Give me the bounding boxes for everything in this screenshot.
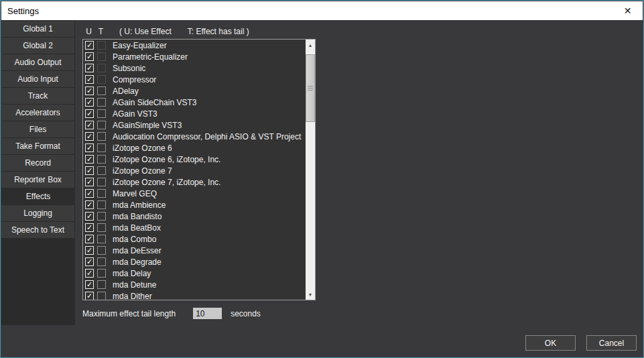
effect-has-tail-checkbox[interactable] — [97, 269, 106, 278]
use-effect-checkbox[interactable]: ✓ — [85, 212, 94, 221]
use-effect-checkbox[interactable]: ✓ — [85, 98, 94, 107]
effect-has-tail-checkbox — [97, 64, 106, 72]
use-effect-checkbox[interactable]: ✓ — [85, 200, 94, 209]
effect-row: ✓Marvel GEQ — [83, 188, 306, 199]
scroll-up-icon[interactable]: ▲ — [306, 40, 315, 50]
sidebar-item-record[interactable]: Record — [1, 155, 74, 171]
effect-row: ✓AGain VST3 — [83, 108, 306, 119]
tail-length-label: Maximum effect tail length — [82, 309, 176, 318]
effect-row: ✓iZotope Ozone 6 — [83, 142, 306, 154]
scroll-down-icon[interactable]: ▼ — [306, 289, 315, 300]
effect-row: ✓AGain SideChain VST3 — [83, 97, 306, 108]
ok-button[interactable]: OK — [525, 335, 576, 351]
sidebar-item-effects[interactable]: Effects — [1, 188, 75, 204]
sidebar-item-speech-to-text[interactable]: Speech to Text — [1, 222, 74, 238]
effect-name: Compressor — [113, 75, 156, 84]
effect-has-tail-checkbox[interactable] — [97, 200, 106, 209]
legend-use-effect: ( U: Use Effect — [119, 27, 172, 36]
effect-name: mda Combo — [113, 235, 156, 244]
use-effect-checkbox[interactable]: ✓ — [85, 246, 94, 255]
effect-row: ✓mda Delay — [83, 267, 306, 279]
effect-row: ✓iZotope Ozone 7, iZotope, Inc. — [83, 176, 306, 188]
effect-row: ✓mda BeatBox — [83, 222, 306, 233]
effect-row: ✓mda Detune — [83, 279, 306, 290]
tail-length-unit: seconds — [231, 309, 261, 318]
effect-row: ✓iZotope Ozone 6, iZotope, Inc. — [83, 154, 306, 165]
effect-has-tail-checkbox[interactable] — [97, 98, 106, 107]
use-effect-checkbox[interactable]: ✓ — [85, 280, 94, 289]
effect-has-tail-checkbox[interactable] — [97, 121, 106, 129]
effect-name: mda Detune — [113, 280, 156, 290]
effect-has-tail-checkbox[interactable] — [97, 155, 106, 164]
use-effect-checkbox[interactable]: ✓ — [85, 86, 94, 95]
effect-has-tail-checkbox[interactable] — [97, 223, 106, 232]
use-effect-checkbox[interactable]: ✓ — [85, 189, 94, 198]
column-t-label: T — [96, 27, 105, 36]
use-effect-checkbox[interactable]: ✓ — [85, 178, 94, 186]
effect-has-tail-checkbox[interactable] — [97, 86, 106, 95]
use-effect-checkbox[interactable]: ✓ — [85, 292, 94, 300]
use-effect-checkbox[interactable]: ✓ — [85, 75, 94, 84]
scrollbar-thumb[interactable] — [306, 54, 315, 122]
scrollbar[interactable]: ▲ ▼ — [306, 40, 315, 300]
effect-has-tail-checkbox[interactable] — [97, 132, 106, 141]
effect-has-tail-checkbox[interactable] — [97, 212, 106, 221]
effect-name: AGain VST3 — [113, 109, 157, 119]
effect-has-tail-checkbox[interactable] — [97, 178, 106, 186]
use-effect-checkbox[interactable]: ✓ — [85, 269, 94, 278]
sidebar-item-logging[interactable]: Logging — [1, 205, 74, 221]
use-effect-checkbox[interactable]: ✓ — [85, 155, 94, 164]
sidebar-item-global-2[interactable]: Global 2 — [1, 38, 74, 54]
sidebar-item-accelerators[interactable]: Accelerators — [1, 105, 74, 121]
effect-has-tail-checkbox[interactable] — [97, 189, 106, 198]
effect-name: Parametric-Equalizer — [113, 52, 188, 62]
effect-name: iZotope Ozone 7, iZotope, Inc. — [113, 178, 220, 187]
effect-row: ✓Compressor — [83, 74, 306, 85]
effects-list-rows: ✓Easy-Equalizer✓Parametric-Equalizer✓Sub… — [83, 40, 306, 300]
scrollbar-grip — [308, 86, 313, 91]
use-effect-checkbox[interactable]: ✓ — [85, 257, 94, 266]
effect-name: mda DeEsser — [113, 246, 162, 255]
effect-name: iZotope Ozone 6 — [113, 143, 172, 153]
sidebar-item-files[interactable]: Files — [1, 121, 74, 137]
use-effect-checkbox[interactable]: ✓ — [85, 166, 94, 175]
use-effect-checkbox[interactable]: ✓ — [85, 143, 94, 152]
use-effect-checkbox[interactable]: ✓ — [85, 64, 94, 72]
sidebar-item-take-format[interactable]: Take Format — [1, 138, 74, 154]
column-u-label: U — [84, 27, 93, 36]
sidebar-item-audio-output[interactable]: Audio Output — [1, 54, 74, 70]
effect-name: mda Dither — [113, 292, 152, 300]
sidebar-item-global-1[interactable]: Global 1 — [1, 21, 74, 37]
effect-has-tail-checkbox — [97, 75, 106, 84]
effect-name: iZotope Ozone 6, iZotope, Inc. — [113, 155, 220, 164]
effect-row: ✓Audiocation Compressor, Delphi ASIO & V… — [83, 131, 306, 142]
cancel-button[interactable]: Cancel — [586, 335, 637, 351]
effect-name: iZotope Ozone 7 — [113, 166, 172, 176]
use-effect-checkbox[interactable]: ✓ — [85, 235, 94, 243]
use-effect-checkbox[interactable]: ✓ — [85, 109, 94, 118]
effect-has-tail-checkbox[interactable] — [97, 143, 106, 152]
sidebar-item-reporter-box[interactable]: Reporter Box — [1, 172, 74, 188]
effect-has-tail-checkbox[interactable] — [97, 292, 106, 300]
effect-has-tail-checkbox[interactable] — [97, 246, 106, 255]
sidebar-item-track[interactable]: Track — [1, 88, 74, 104]
sidebar-item-audio-input[interactable]: Audio Input — [1, 71, 74, 87]
use-effect-checkbox[interactable]: ✓ — [85, 41, 94, 50]
use-effect-checkbox[interactable]: ✓ — [85, 132, 94, 141]
effect-has-tail-checkbox[interactable] — [97, 280, 106, 289]
tail-length-input[interactable] — [193, 308, 222, 319]
sidebar: Global 1Global 2Audio OutputAudio InputT… — [1, 20, 75, 325]
effect-row: ✓Subsonic — [83, 62, 306, 74]
effect-has-tail-checkbox[interactable] — [97, 257, 106, 266]
effect-has-tail-checkbox[interactable] — [97, 166, 106, 175]
tail-length-row: Maximum effect tail length seconds — [82, 308, 261, 319]
effect-has-tail-checkbox[interactable] — [97, 235, 106, 243]
effect-name: mda BeatBox — [113, 223, 161, 233]
use-effect-checkbox[interactable]: ✓ — [85, 121, 94, 129]
close-icon[interactable]: ✕ — [613, 1, 643, 20]
use-effect-checkbox[interactable]: ✓ — [85, 52, 94, 61]
effect-name: mda Degrade — [113, 257, 162, 267]
effect-name: mda Bandisto — [113, 212, 162, 221]
use-effect-checkbox[interactable]: ✓ — [85, 223, 94, 232]
effect-has-tail-checkbox[interactable] — [97, 109, 106, 118]
